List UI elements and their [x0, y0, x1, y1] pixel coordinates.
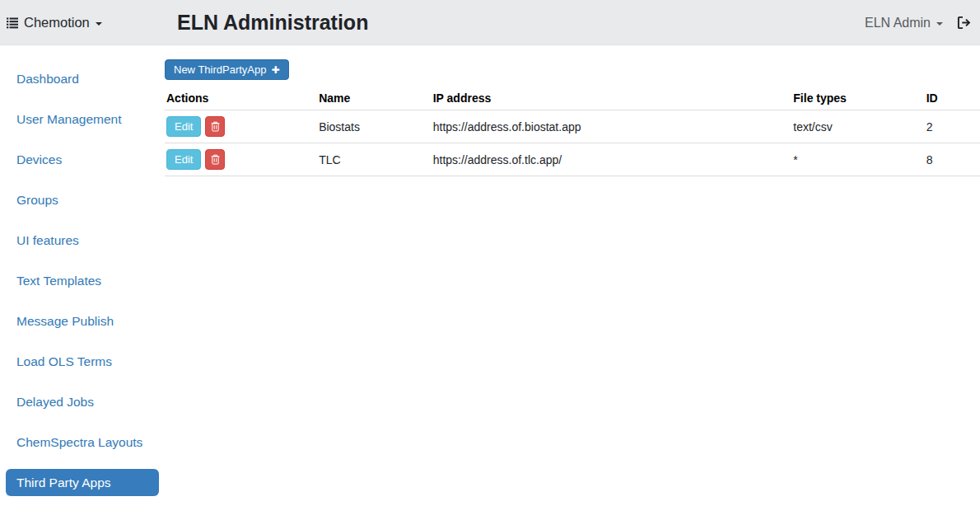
- cell-name: TLC: [317, 143, 432, 176]
- sidebar-item-message-publish[interactable]: Message Publish: [0, 301, 165, 341]
- column-header-ip-address: IP address: [432, 87, 792, 110]
- sidebar-item-chemspectra-layouts[interactable]: ChemSpectra Layouts: [0, 422, 165, 462]
- sidebar-item-load-ols-terms[interactable]: Load OLS Terms: [0, 341, 165, 382]
- sidebar-item-third-party-apps[interactable]: Third Party Apps: [6, 469, 159, 496]
- sidebar-item-devices[interactable]: Devices: [0, 139, 165, 180]
- cell-id: 2: [925, 110, 980, 143]
- caret-down-icon: [96, 22, 102, 26]
- user-menu-dropdown[interactable]: ELN Admin: [865, 16, 943, 30]
- third-party-apps-table: Actions Name IP address File types ID Ed…: [165, 87, 980, 176]
- sign-out-button[interactable]: [957, 16, 972, 30]
- sidebar-item-groups[interactable]: Groups: [0, 180, 165, 220]
- navbar-right: ELN Admin: [865, 0, 972, 45]
- sidebar-item-dashboard[interactable]: Dashboard: [0, 59, 165, 99]
- sidebar-item-user-management[interactable]: User Management: [0, 99, 165, 139]
- new-thirdpartyapp-button[interactable]: New ThirdPartyApp ✚: [165, 59, 289, 80]
- new-thirdpartyapp-label: New ThirdPartyApp: [174, 63, 266, 76]
- column-header-name: Name: [317, 87, 432, 110]
- cell-ip-address: https://address.of.tlc.app/: [432, 143, 792, 176]
- sidebar-item-delayed-jobs[interactable]: Delayed Jobs: [0, 382, 165, 422]
- trash-icon: [211, 121, 220, 132]
- cell-id: 8: [925, 143, 980, 176]
- brand-label: Chemotion: [24, 15, 90, 30]
- cell-name: Biostats: [317, 110, 432, 143]
- table-row: Edit: [165, 110, 980, 143]
- user-menu-label: ELN Admin: [865, 16, 931, 30]
- sidebar-item-text-templates[interactable]: Text Templates: [0, 260, 165, 301]
- plus-icon: ✚: [271, 65, 279, 75]
- column-header-actions: Actions: [165, 87, 317, 110]
- trash-icon: [211, 154, 220, 165]
- cell-file-types: *: [791, 143, 924, 176]
- list-icon: [7, 17, 18, 29]
- delete-button[interactable]: [205, 116, 225, 137]
- admin-sidebar: Dashboard User Management Devices Groups…: [0, 45, 165, 506]
- edit-button[interactable]: Edit: [166, 116, 201, 137]
- sign-out-icon: [957, 16, 972, 30]
- cell-ip-address: https://address.of.biostat.app: [432, 110, 792, 143]
- column-header-id: ID: [925, 87, 980, 110]
- sidebar-item-ui-features[interactable]: UI features: [0, 220, 165, 260]
- edit-button[interactable]: Edit: [166, 149, 201, 170]
- main-content: New ThirdPartyApp ✚ Actions Name IP addr…: [165, 45, 980, 506]
- column-header-file-types: File types: [791, 87, 924, 110]
- cell-file-types: text/csv: [791, 110, 924, 143]
- table-header-row: Actions Name IP address File types ID: [165, 87, 980, 110]
- top-navbar: Chemotion ELN Administration ELN Admin: [0, 0, 980, 45]
- table-row: Edit: [165, 143, 980, 176]
- brand-menu[interactable]: Chemotion: [7, 0, 102, 45]
- caret-down-icon: [936, 22, 943, 26]
- delete-button[interactable]: [205, 149, 225, 170]
- page-title: ELN Administration: [177, 11, 368, 35]
